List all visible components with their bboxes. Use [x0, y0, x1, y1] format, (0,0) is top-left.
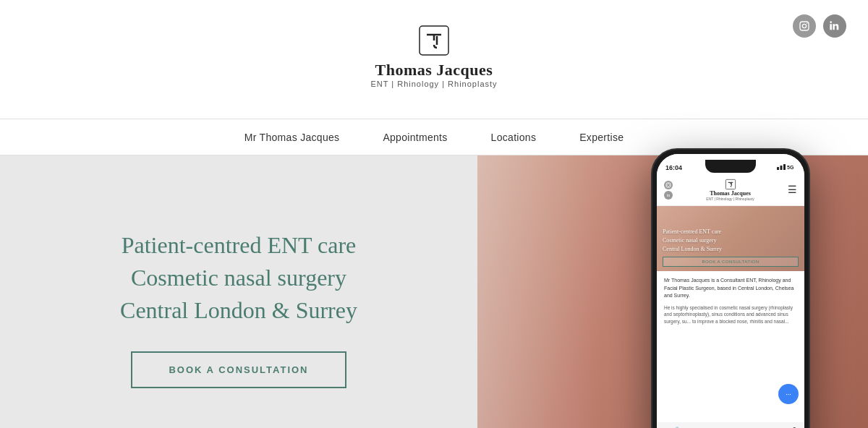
phone-content: Mr Thomas Jacques is a Consultant ENT, R… — [657, 271, 804, 331]
phone-linkedin-icon: in — [664, 191, 673, 200]
svg-rect-9 — [783, 164, 786, 170]
instagram-icon[interactable] — [793, 14, 816, 38]
phone-hero-line2: Cosmetic nasal surgery — [663, 236, 799, 245]
logo-name: Thomas Jacques — [375, 61, 493, 80]
nav-item-expertise[interactable]: Expertise — [579, 132, 624, 143]
phone-time: 16:04 — [665, 164, 682, 171]
svg-rect-7 — [777, 167, 779, 170]
phone-hero-line1: Patient-centred ENT care — [663, 228, 799, 236]
svg-text:5G: 5G — [787, 165, 794, 170]
phone-notch — [705, 160, 756, 173]
hero-line2: Cosmetic nasal surgery — [131, 265, 346, 291]
logo-icon — [417, 23, 451, 58]
svg-rect-8 — [780, 166, 783, 170]
nav-item-mr-thomas-jacques[interactable]: Mr Thomas Jacques — [244, 132, 340, 143]
phone-mockup: 16:04 5G in — [651, 148, 810, 428]
phone-hero-image: Patient-centred ENT care Cosmetic nasal … — [657, 206, 804, 271]
phone-instagram-icon — [664, 181, 673, 189]
hero-line3: Central London & Surrey — [120, 297, 357, 324]
phone-screen: 16:04 5G in — [657, 154, 804, 428]
phone-logo: Thomas Jacques ENT | Rhinology | Rhinopl… — [706, 179, 754, 201]
svg-point-5 — [802, 24, 806, 27]
phone-footer: Aa 🔒 www.thomasjacques.co.uk ↻ ‹ › ⬆ 📖 ⧉ — [657, 422, 804, 428]
logo-tagline: ENT | Rhinology | Rhinoplasty — [370, 80, 497, 88]
phone-content-para1: Mr Thomas Jacques is a Consultant ENT, R… — [664, 277, 797, 300]
hero-line1: Patient-centred ENT care — [122, 232, 357, 259]
linkedin-icon[interactable] — [823, 14, 846, 38]
phone-hamburger-icon[interactable]: ☰ — [788, 184, 797, 196]
phone-logo-tagline: ENT | Rhinology | Rhinoplasty — [706, 197, 754, 201]
nav-item-appointments[interactable]: Appointments — [383, 132, 447, 143]
phone-header: in Thomas Jacques ENT | Rhinology | Rhin… — [657, 174, 804, 206]
svg-rect-4 — [800, 22, 809, 30]
phone-hero-text: Patient-centred ENT care Cosmetic nasal … — [663, 228, 799, 254]
svg-point-12 — [668, 184, 670, 186]
hero-left: Patient-centred ENT care Cosmetic nasal … — [0, 155, 477, 428]
hero-section: Patient-centred ENT care Cosmetic nasal … — [0, 155, 868, 428]
phone-url-bar: Aa 🔒 www.thomasjacques.co.uk ↻ — [657, 422, 804, 428]
svg-point-6 — [807, 23, 807, 24]
phone-logo-name: Thomas Jacques — [710, 190, 751, 197]
header: Thomas Jacques ENT | Rhinology | Rhinopl… — [0, 0, 868, 119]
phone-hero-line3: Central London & Surrey — [663, 245, 799, 254]
phone-social-icons: in — [664, 181, 673, 200]
book-consultation-button[interactable]: BOOK A CONSULTATION — [131, 351, 346, 388]
phone-book-consultation-button[interactable]: BOOK A CONSULTATION — [663, 257, 799, 267]
logo: Thomas Jacques ENT | Rhinology | Rhinopl… — [370, 23, 497, 88]
social-icons — [793, 14, 846, 38]
phone-content-para2: He is highly specialised in cosmetic nas… — [664, 304, 797, 325]
chat-bubble[interactable]: ··· — [778, 384, 799, 404]
phone-signal: 5G — [777, 163, 796, 171]
nav-item-locations[interactable]: Locations — [491, 132, 537, 143]
